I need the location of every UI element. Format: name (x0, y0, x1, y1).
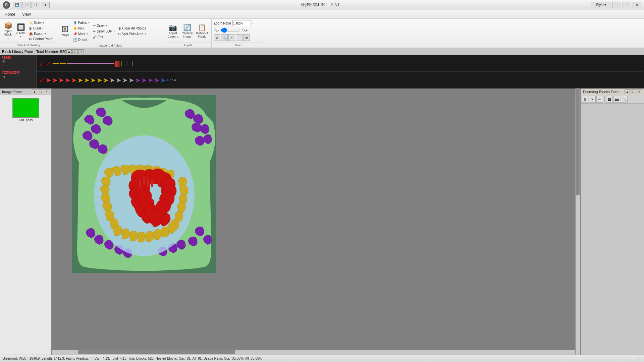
zoom-slider[interactable] (220, 27, 240, 33)
block-lib-pin-btn[interactable]: ▲ (66, 49, 72, 54)
image-icon: 🖼 (62, 26, 68, 33)
zoom-fit-btn[interactable]: ⊕ (214, 34, 220, 41)
image-pane-header: Image Pane ▲ □ ✕ (0, 88, 51, 95)
image-pane-close-btn[interactable]: ✕ (44, 89, 49, 94)
data-nesting-label: Data And Nesting (1, 43, 55, 47)
app-icon: P (3, 1, 10, 9)
image-btn[interactable]: 🖼 Image (59, 22, 71, 41)
draw-btn[interactable]: ✏ Draw ▾ (92, 23, 116, 28)
focus-edit-btn[interactable]: ✏ (596, 96, 603, 103)
fabric-btn[interactable]: 🧵 Fabric ▾ (72, 20, 91, 25)
zoom-window-btn[interactable]: 🔍 (221, 34, 228, 41)
control-panel-btn[interactable]: ⚙ Control Panel (28, 37, 55, 42)
image-list: IMG_0005 (0, 95, 51, 355)
relayout-fabric-icon: 📋 (198, 24, 206, 31)
ribbon-group-image-fabric: 🖼 Image 🧵 Fabric ▾ ✋ Pick 📌 Mark ▾ (57, 19, 164, 48)
status-text: Size(mm): Width=1646.9, Length=1412.3; F… (3, 357, 262, 360)
fabric-label: Fabric (78, 21, 88, 24)
block-item-yzxs002[interactable]: YZXS002打 (2) (1, 70, 36, 78)
focus-grid-btn[interactable]: ⊞ (582, 96, 588, 103)
control-panel-label: Control Panel (33, 37, 53, 41)
maximize-btn[interactable]: □ (623, 2, 631, 8)
zoom-out-btn[interactable]: - (236, 34, 243, 41)
block-item-61862[interactable]: 61862 (1) (1, 56, 36, 63)
window-title: 外挂出错.PINT - PINT (50, 2, 591, 8)
image-pane-pin-btn[interactable]: ▲ (32, 89, 37, 94)
focus-view2-btn[interactable]: 📷 (613, 96, 620, 103)
svg-rect-5 (151, 180, 153, 187)
export-icon: 📤 (29, 32, 33, 36)
clear-all-photos-icon: 🗑 (118, 26, 121, 30)
focusing-pane-header: Focusing Blocks Pane ▲ □ ✕ (581, 88, 644, 95)
focusing-blocks-pane: Focusing Blocks Pane ▲ □ ✕ ⊞ ✕ ✏ 🖼 📷 🔍 (580, 88, 644, 355)
import-block-btn[interactable]: 📦 ImportBlock ▾ (2, 21, 14, 41)
image-fabric-label: Image And Fabric (58, 43, 163, 47)
ruler-btn[interactable]: 📏 Ruler ▾ (28, 20, 55, 25)
block-lib-close-btn[interactable]: ✕ (78, 49, 84, 54)
split-skin-area-btn[interactable]: ✂ Split Skin Area ▾ (117, 32, 148, 37)
relayout-fabric-btn[interactable]: 📋 RelayoutFabric (195, 22, 210, 41)
export-label: Export (34, 32, 44, 36)
edit-label: Edit (97, 35, 103, 39)
zoom-all-btn[interactable]: ⊗ (243, 34, 250, 41)
quick-save-btn[interactable]: 💾 (13, 2, 21, 8)
clear-all-photos-label: Clear All Photos (122, 26, 146, 30)
zoom-in-btn[interactable]: + (228, 34, 235, 41)
fabric-image (72, 95, 216, 273)
menu-bar: Home View (0, 10, 644, 19)
control-panel-icon: ⚙ (29, 37, 32, 41)
horizontal-scrollbar[interactable] (52, 350, 575, 355)
focusing-pane-close-btn[interactable]: ✕ (637, 89, 642, 94)
ruler-label: Ruler (34, 21, 42, 25)
edit-btn[interactable]: 🖊 Edit (92, 35, 116, 40)
zoom-input[interactable] (232, 20, 251, 26)
export-btn[interactable]: 📤 Export ▾ (28, 31, 55, 36)
a-nest-icon: 🔲 (17, 24, 25, 31)
block-item-4[interactable]: 4 (1, 64, 36, 69)
menu-home[interactable]: Home (1, 11, 19, 18)
clear-btn[interactable]: 🗑 Clear ▾ (28, 26, 55, 31)
zoom-ratio-label: Zoom Ratio (214, 21, 231, 25)
mark-btn[interactable]: 📌 Mark ▾ (72, 32, 91, 37)
redo-btn[interactable]: ↪ (32, 2, 40, 8)
customize-btn[interactable]: ▾ (41, 2, 50, 8)
toolbar-divider (604, 96, 605, 102)
block-shapes-bottom: ↙ ➤ ➤ ➤ ➤ ➤ ➤ ➤ ➤ ➤ ➤ ➤ ➤ ➤ ➤ ➤ (38, 72, 643, 88)
adjust-camera-btn[interactable]: 📷 AdjustCamera (166, 22, 180, 41)
focusing-pane-title: Focusing Blocks Pane (583, 90, 620, 94)
ribbon-group-data-nesting: 📦 ImportBlock ▾ 🔲 A-Nest ▾ 📏 Ruler ▾ 🗑 C… (0, 19, 57, 48)
focus-close-btn[interactable]: ✕ (589, 96, 596, 103)
a-nest-btn[interactable]: 🔲 A-Nest ▾ (15, 22, 27, 41)
focusing-pane-pin-btn[interactable]: ▲ (625, 89, 630, 94)
a-nest-label: A-Nest (16, 31, 25, 35)
focus-view3-btn[interactable]: 🔍 (621, 96, 628, 103)
draw-lop-icon: ✏ (93, 29, 96, 33)
title-bar: P 💾 ↩ ↪ ▾ 外挂出错.PINT - PINT Style ▾ — □ ✕ (0, 0, 644, 10)
focusing-pane-max-btn[interactable]: □ (631, 89, 636, 94)
menu-view[interactable]: View (19, 11, 34, 18)
block-library-content: 61862 (1) 4 YZXS002打 (2) ↙ ↗ (0, 55, 644, 88)
focusing-canvas-area (581, 104, 644, 355)
clear-all-photos-btn[interactable]: 🗑 Clear All Photos (117, 26, 148, 31)
pick-btn[interactable]: ✋ Pick (72, 26, 91, 31)
vertical-scrollbar[interactable] (575, 88, 580, 355)
ruler-icon: 📏 (29, 21, 33, 25)
orient-btn[interactable]: 🔄 Orient (72, 37, 91, 42)
draw-lop-btn[interactable]: ✏ Draw LOP ▾ (92, 29, 116, 34)
close-btn[interactable]: ✕ (633, 2, 641, 8)
canvas-area (52, 88, 580, 355)
replace-image-btn[interactable]: 🔄 ReplaceImage (180, 22, 194, 41)
image-pane: Image Pane ▲ □ ✕ IMG_0005 (0, 88, 52, 355)
list-item[interactable]: IMG_0005 (1, 97, 50, 123)
zoom-dropdown[interactable]: ▾ (252, 22, 254, 25)
image-pane-max-btn[interactable]: □ (38, 89, 43, 94)
focus-view1-btn[interactable]: 🖼 (606, 96, 613, 103)
minimize-btn[interactable]: — (612, 2, 621, 8)
undo-btn[interactable]: ↩ (22, 2, 31, 8)
block-shapes-top: ↙ ↗ ⟵ ⟶ ━━━━━━━━━━━━━━━━━━━━ ||||| | | | (38, 56, 643, 72)
clear-label: Clear (33, 26, 41, 30)
clear-icon: 🗑 (29, 26, 32, 30)
block-lib-max-btn[interactable]: □ (72, 49, 78, 54)
image-pane-title: Image Pane (2, 90, 22, 94)
style-btn[interactable]: Style ▾ (591, 2, 611, 8)
